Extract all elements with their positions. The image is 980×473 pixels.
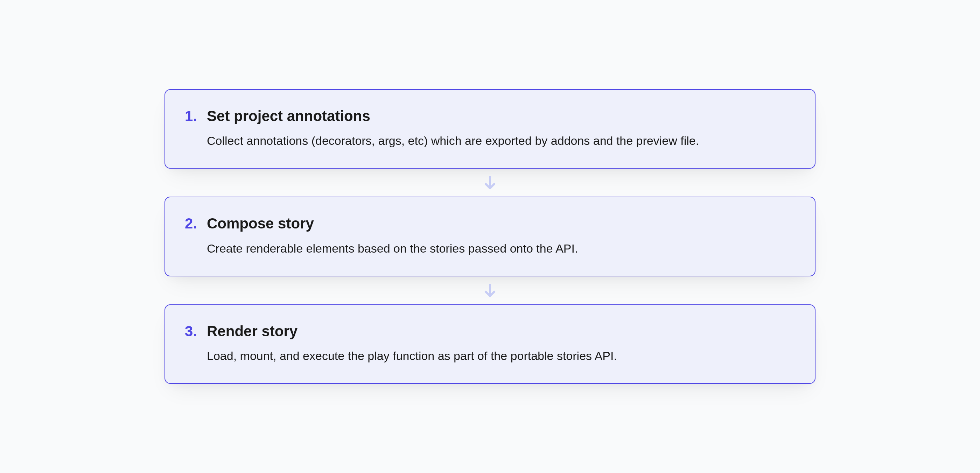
step-number: 2. — [185, 214, 197, 233]
step-content: Render story Load, mount, and execute th… — [207, 322, 617, 365]
arrow-down-icon — [482, 282, 498, 299]
step-card-1: 1. Set project annotations Collect annot… — [164, 89, 816, 169]
step-description: Load, mount, and execute the play functi… — [207, 347, 617, 365]
step-title: Render story — [207, 322, 617, 341]
step-description: Collect annotations (decorators, args, e… — [207, 132, 699, 150]
step-title: Set project annotations — [207, 107, 699, 126]
step-number: 1. — [185, 107, 197, 126]
arrow-connector — [482, 168, 498, 197]
step-card-3: 3. Render story Load, mount, and execute… — [164, 305, 816, 384]
step-number: 3. — [185, 322, 197, 341]
step-card-2: 2. Compose story Create renderable eleme… — [164, 197, 816, 276]
arrow-connector — [482, 276, 498, 305]
step-title: Compose story — [207, 214, 578, 233]
step-content: Set project annotations Collect annotati… — [207, 107, 699, 150]
flow-diagram: 1. Set project annotations Collect annot… — [164, 89, 816, 384]
arrow-down-icon — [482, 174, 498, 191]
step-content: Compose story Create renderable elements… — [207, 214, 578, 257]
step-description: Create renderable elements based on the … — [207, 240, 578, 257]
